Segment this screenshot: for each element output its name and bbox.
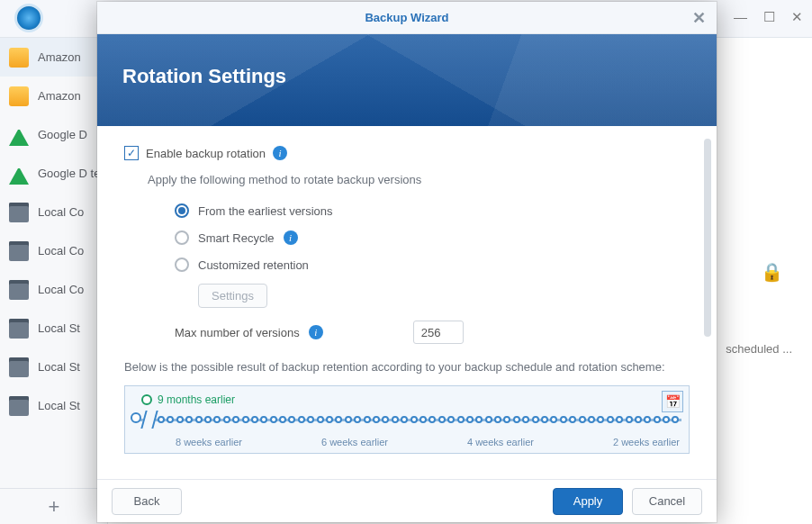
dialog-title: Backup Wizard [365,11,448,24]
max-versions-label: Max number of versions [175,326,300,339]
radio-earliest-label: From the earliest versions [198,204,333,218]
apply-button[interactable]: Apply [553,488,623,515]
customized-settings-button: Settings [198,284,267,308]
timeline-break [140,411,158,429]
schedule-text: scheduled ... [726,342,792,356]
info-icon[interactable]: i [284,230,298,245]
rotation-method-caption: Apply the following method to rotate bac… [148,173,690,186]
cancel-button[interactable]: Cancel [632,488,702,515]
sidebar-item-label: Local Co [38,244,84,257]
radio-earliest[interactable] [175,203,189,218]
retention-caption: Below is the possible result of backup r… [124,358,690,376]
sidebar-item-local-5[interactable]: Local St [0,348,107,386]
sidebar-item-label: Local St [38,360,80,374]
radio-smart-recycle-label: Smart Recycle [198,231,275,245]
local-storage-icon [9,357,29,377]
backup-wizard-dialog: Backup Wizard ✕ Rotation Settings ✓ Enab… [97,2,717,522]
sidebar-item-label: Local Co [38,283,84,296]
s3-icon [9,48,29,68]
dialog-titlebar: Backup Wizard ✕ [97,2,717,34]
banner-title: Rotation Settings [122,65,717,88]
sidebar-item-amazon-2[interactable]: Amazon [0,77,107,115]
timeline-tick: 2 weeks earlier [613,437,680,447]
sidebar-item-local-6[interactable]: Local St [0,386,107,425]
local-storage-icon [9,241,29,261]
task-sidebar: Amazon Amazon Google D Google D test Loc… [0,38,108,524]
timeline-start-dot [131,412,141,423]
s3-icon [9,86,29,106]
sidebar-item-label: Local Co [38,205,84,219]
sidebar-item-label: Google D [38,128,87,141]
scrollbar-thumb[interactable] [704,139,711,337]
sidebar-item-amazon-1[interactable]: Amazon [0,38,107,77]
timeline-tick: 4 weeks earlier [467,437,534,447]
add-task-button[interactable]: + [0,488,108,524]
max-versions-input[interactable] [413,321,464,344]
sidebar-item-googledrive-1[interactable]: Google D [0,115,107,154]
info-icon[interactable]: i [273,146,287,160]
sidebar-item-label: Amazon [38,50,81,64]
dialog-close-button[interactable]: ✕ [692,2,706,34]
dialog-body: ✓ Enable backup rotation i Apply the fol… [97,126,717,479]
retention-timeline: 📅 9 months earlier 8 weeks earlier 6 wee… [124,385,690,454]
info-icon[interactable]: i [309,325,323,339]
sidebar-item-label: Amazon [38,89,81,103]
local-storage-icon [9,396,29,416]
window-minimize[interactable]: — [734,9,747,25]
googledrive-icon [9,165,29,185]
timeline-tick: 6 weeks earlier [321,437,388,447]
sidebar-item-local-1[interactable]: Local Co [0,193,107,231]
sidebar-item-label: Local St [38,399,80,412]
timeline-tick: 8 weeks earlier [176,437,242,447]
googledrive-icon [9,126,29,146]
timeline-tick-labels: 8 weeks earlier 6 weeks earlier 4 weeks … [176,437,680,447]
enable-rotation-checkbox[interactable]: ✓ [124,146,139,160]
window-maximize[interactable]: ☐ [763,9,775,25]
window-close[interactable]: ✕ [791,9,803,25]
timeline-dots [158,413,680,426]
sidebar-item-local-2[interactable]: Local Co [0,231,107,270]
sidebar-item-local-3[interactable]: Local Co [0,270,107,309]
enable-rotation-label: Enable backup rotation [146,147,266,160]
local-storage-icon [9,203,29,222]
dialog-footer: Back Apply Cancel [97,479,717,522]
local-storage-icon [9,280,29,300]
sidebar-item-local-4[interactable]: Local St [0,309,107,348]
dialog-banner: Rotation Settings [97,34,717,126]
sidebar-item-googledrive-2[interactable]: Google D test [0,154,107,193]
sidebar-item-label: Local St [38,321,80,335]
back-button[interactable]: Back [112,488,182,515]
radio-customized-label: Customized retention [198,258,309,272]
lock-icon[interactable]: 🔒 [761,261,783,283]
calendar-icon[interactable]: 📅 [662,391,683,412]
radio-smart-recycle[interactable] [175,230,189,245]
app-logo [14,4,43,32]
local-storage-icon [9,319,29,339]
radio-customized[interactable] [175,257,189,272]
timeline-earliest-label: 9 months earlier [141,393,235,406]
